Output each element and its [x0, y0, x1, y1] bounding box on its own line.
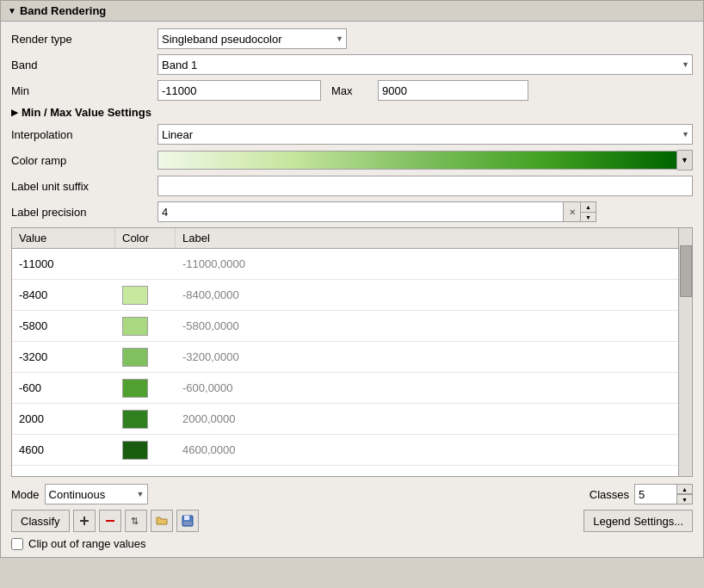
- header-color: Color: [115, 228, 176, 248]
- table-row[interactable]: -600-600,0000: [12, 373, 692, 404]
- cell-label: -8400,0000: [176, 280, 692, 310]
- load-button[interactable]: [151, 510, 173, 532]
- min-input[interactable]: [157, 80, 321, 101]
- interpolation-select[interactable]: Linear: [157, 124, 693, 145]
- table-row[interactable]: -11000-11000,0000: [12, 249, 692, 280]
- precision-down-btn[interactable]: ▼: [581, 212, 596, 222]
- action-right: Legend Settings...: [584, 510, 693, 532]
- color-swatch[interactable]: [122, 379, 148, 398]
- action-left: Classify ⇅: [11, 510, 199, 532]
- table-header: Value Color Label: [12, 228, 692, 249]
- classes-spin: ▲ ▼: [677, 484, 693, 504]
- min-max-row: Min Max: [11, 80, 693, 101]
- color-swatch[interactable]: [122, 441, 148, 460]
- cell-color: [115, 404, 176, 434]
- svg-rect-1: [80, 520, 89, 522]
- color-swatch[interactable]: [122, 286, 148, 305]
- band-label: Band: [11, 59, 157, 71]
- interpolation-label: Interpolation: [11, 128, 157, 141]
- table-row[interactable]: 20002000,0000: [12, 404, 692, 435]
- table-body: -11000-11000,0000-8400-8400,0000-5800-58…: [12, 249, 692, 466]
- mode-label: Mode: [11, 488, 40, 501]
- cell-color: [115, 373, 176, 403]
- cell-color: [115, 435, 176, 465]
- precision-input[interactable]: [157, 201, 564, 222]
- render-type-control: Singleband pseudocolor: [157, 28, 693, 49]
- settings-arrow: ▶: [11, 108, 18, 117]
- label-precision-row: Label precision ✕ ▲ ▼: [11, 201, 693, 222]
- svg-rect-5: [184, 516, 189, 520]
- min-max-settings-toggle[interactable]: ▶ Min / Max Value Settings: [11, 106, 693, 119]
- classes-label: Classes: [590, 488, 629, 501]
- table-row[interactable]: 46004600,0000: [12, 435, 692, 466]
- cell-color: [115, 280, 176, 310]
- reverse-button[interactable]: ⇅: [125, 510, 147, 532]
- table-row[interactable]: -8400-8400,0000: [12, 280, 692, 311]
- cell-label: 2000,0000: [176, 404, 692, 434]
- section-title: Band Rendering: [20, 4, 106, 17]
- classify-button[interactable]: Classify: [11, 510, 70, 532]
- remove-class-button[interactable]: [99, 510, 121, 532]
- classes-up-btn[interactable]: ▲: [677, 484, 693, 494]
- label-precision-label: Label precision: [11, 206, 157, 219]
- mode-area: Mode Continuous Equal Interval Quantile: [11, 484, 148, 504]
- classes-input[interactable]: [634, 484, 677, 504]
- section-header: ▼ Band Rendering: [1, 1, 703, 22]
- table-row[interactable]: -5800-5800,0000: [12, 311, 692, 342]
- header-label: Label: [176, 228, 692, 248]
- precision-clear-btn[interactable]: ✕: [564, 201, 581, 222]
- label-unit-row: Label unit suffix: [11, 176, 693, 196]
- scrollbar-thumb[interactable]: [680, 245, 692, 297]
- render-type-row: Render type Singleband pseudocolor: [11, 28, 693, 49]
- band-row: Band Band 1: [11, 54, 693, 75]
- color-swatch[interactable]: [122, 410, 148, 429]
- clip-out-of-range-checkbox[interactable]: [11, 538, 23, 550]
- cell-value: -3200: [12, 342, 115, 372]
- cell-label: -11000,0000: [176, 249, 692, 279]
- band-rendering-panel: ▼ Band Rendering Render type Singleband …: [0, 0, 704, 558]
- cell-color: [115, 311, 176, 341]
- classes-area: Classes ▲ ▼: [590, 484, 693, 504]
- color-ramp-dropdown-btn[interactable]: ▼: [677, 150, 693, 170]
- render-type-select[interactable]: Singleband pseudocolor: [157, 28, 347, 49]
- max-label: Max: [331, 84, 374, 97]
- cell-value: -5800: [12, 311, 115, 341]
- mode-select-wrapper: Continuous Equal Interval Quantile: [45, 484, 148, 504]
- classes-down-btn[interactable]: ▼: [677, 494, 693, 504]
- band-select[interactable]: Band 1: [157, 54, 693, 75]
- save-button[interactable]: [176, 510, 199, 532]
- color-ramp-label: Color ramp: [11, 154, 157, 167]
- label-unit-control: [157, 176, 693, 196]
- add-class-button[interactable]: [73, 510, 96, 532]
- folder-icon: [156, 515, 168, 527]
- cell-color: [115, 342, 176, 372]
- action-bar: Classify ⇅: [11, 510, 693, 532]
- color-ramp-bar[interactable]: [157, 151, 677, 170]
- reverse-icon: ⇅: [130, 515, 142, 527]
- legend-settings-button[interactable]: Legend Settings...: [584, 510, 693, 532]
- color-ramp-control: ▼: [157, 150, 693, 170]
- color-table: Value Color Label -11000-11000,0000-8400…: [11, 227, 693, 477]
- header-value: Value: [12, 228, 115, 248]
- color-swatch[interactable]: [122, 317, 148, 336]
- interpolation-row: Interpolation Linear: [11, 124, 693, 145]
- table-row[interactable]: -3200-3200,0000: [12, 342, 692, 373]
- cell-value: -8400: [12, 280, 115, 310]
- mode-select[interactable]: Continuous Equal Interval Quantile: [45, 484, 148, 504]
- render-type-select-wrapper: Singleband pseudocolor: [157, 28, 347, 49]
- section-arrow: ▼: [8, 6, 16, 15]
- bottom-bar: Mode Continuous Equal Interval Quantile …: [11, 484, 693, 504]
- precision-spin: ▲ ▼: [581, 201, 596, 222]
- precision-up-btn[interactable]: ▲: [581, 201, 596, 212]
- render-type-label: Render type: [11, 33, 157, 46]
- cell-value: 2000: [12, 404, 115, 434]
- table-scrollbar[interactable]: [678, 228, 692, 476]
- max-input[interactable]: [378, 80, 528, 101]
- color-swatch[interactable]: [122, 348, 148, 367]
- precision-wrapper: ✕ ▲ ▼: [157, 201, 596, 222]
- interpolation-control: Linear: [157, 124, 693, 145]
- svg-rect-2: [106, 520, 114, 522]
- cell-label: -3200,0000: [176, 342, 692, 372]
- cell-value: -11000: [12, 249, 115, 279]
- label-unit-input[interactable]: [157, 176, 693, 196]
